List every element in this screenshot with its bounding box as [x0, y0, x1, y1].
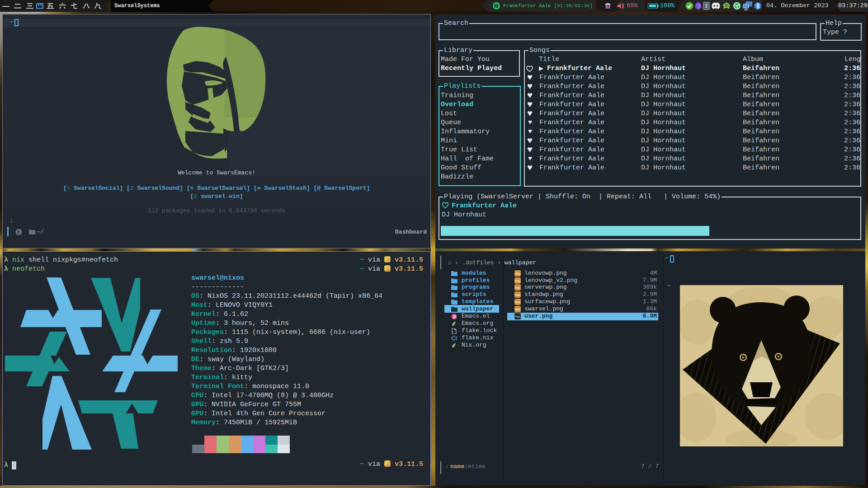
svg-text:PNG: PNG: [515, 286, 520, 289]
svg-text:PNG: PNG: [515, 308, 520, 311]
svg-text:PNG: PNG: [515, 272, 520, 275]
svg-text:E: E: [17, 230, 20, 235]
svg-text:PNG: PNG: [515, 280, 520, 282]
svg-text:PNG: PNG: [515, 294, 520, 296]
svg-text:PNG: PNG: [515, 301, 520, 304]
svg-text:PNG: PNG: [515, 315, 520, 318]
